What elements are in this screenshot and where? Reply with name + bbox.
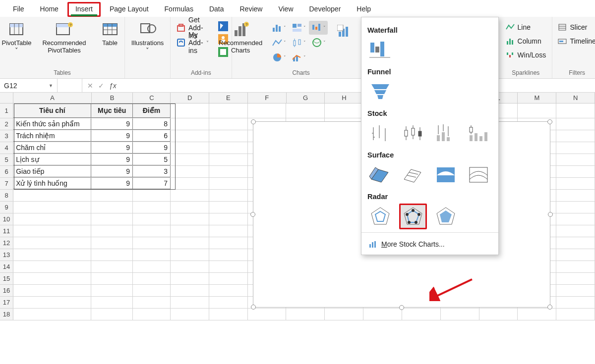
cell[interactable] xyxy=(209,154,248,165)
cell[interactable] xyxy=(91,273,133,284)
cell[interactable] xyxy=(325,309,363,320)
cell[interactable] xyxy=(209,297,248,308)
radar-filled-option[interactable] xyxy=(432,204,460,229)
cell[interactable] xyxy=(91,225,133,237)
resize-handle[interactable] xyxy=(547,305,552,310)
sparkline-line-button[interactable]: Line xyxy=(503,21,549,34)
cell[interactable] xyxy=(133,285,171,296)
cell[interactable] xyxy=(556,213,595,225)
cell[interactable] xyxy=(518,104,556,118)
cell[interactable] xyxy=(171,142,209,154)
resize-handle[interactable] xyxy=(250,212,255,217)
cell[interactable] xyxy=(171,202,209,213)
cell[interactable] xyxy=(209,261,248,272)
surface-wire-contour-option[interactable] xyxy=(465,162,492,188)
cell[interactable] xyxy=(171,309,209,320)
name-box[interactable]: G12▼ xyxy=(0,79,58,92)
cell[interactable] xyxy=(91,309,133,320)
cell[interactable] xyxy=(13,237,91,249)
cell[interactable] xyxy=(171,104,209,118)
recommended-pivottables-button[interactable]: ? Recommended PivotTables xyxy=(40,19,89,56)
resize-handle[interactable] xyxy=(251,119,256,124)
cell[interactable] xyxy=(556,202,595,213)
cell[interactable] xyxy=(133,249,171,260)
cell[interactable] xyxy=(518,309,556,320)
cell[interactable] xyxy=(13,213,91,225)
sparkline-winloss-button[interactable]: Win/Loss xyxy=(503,49,549,61)
cell[interactable] xyxy=(556,154,595,165)
row-header[interactable]: 9 xyxy=(0,202,13,213)
cell[interactable] xyxy=(441,309,479,320)
radar-markers-option[interactable] xyxy=(399,204,427,229)
row-header[interactable]: 16 xyxy=(0,285,13,296)
cell[interactable] xyxy=(556,130,595,142)
row-header[interactable]: 12 xyxy=(0,237,13,249)
timeline-button[interactable]: Timeline xyxy=(555,35,595,48)
tab-home[interactable]: Home xyxy=(32,2,66,17)
cell[interactable]: Trách nhiệm xyxy=(13,130,91,142)
cell[interactable] xyxy=(91,213,133,225)
cell[interactable] xyxy=(171,297,209,308)
cell[interactable] xyxy=(209,104,248,118)
cell[interactable] xyxy=(171,130,209,142)
cell[interactable] xyxy=(171,261,209,272)
recommended-charts-button[interactable]: ? Recommended Charts xyxy=(215,19,266,56)
cell[interactable] xyxy=(209,273,248,284)
cell[interactable]: Tiêu chí xyxy=(13,104,91,118)
combo-chart-button[interactable]: ˅ xyxy=(289,51,308,64)
cell[interactable]: 9 xyxy=(91,118,133,130)
tab-help[interactable]: Help xyxy=(349,2,379,17)
cell[interactable] xyxy=(402,309,441,320)
funnel-chart-option[interactable] xyxy=(366,79,394,104)
line-chart-button[interactable]: ˅ xyxy=(269,36,288,50)
slicer-button[interactable]: Slicer xyxy=(555,21,595,34)
cell[interactable] xyxy=(556,178,595,189)
cell[interactable]: Điểm xyxy=(133,104,171,118)
surface-3d-option[interactable] xyxy=(366,162,394,188)
cell[interactable] xyxy=(13,202,91,213)
cell[interactable]: Kiến thức sản phẩm xyxy=(13,118,91,130)
cell[interactable] xyxy=(209,178,248,189)
row-header[interactable]: 1 xyxy=(0,104,13,118)
cell[interactable] xyxy=(133,261,171,272)
col-header[interactable]: M xyxy=(518,93,556,103)
row-header[interactable]: 14 xyxy=(0,261,13,272)
stock-ohlc-option[interactable] xyxy=(399,120,427,146)
cell[interactable] xyxy=(556,190,595,201)
cell[interactable] xyxy=(133,273,171,284)
cell[interactable]: 9 xyxy=(91,166,133,177)
maps-button[interactable]: ˅ xyxy=(309,36,328,50)
cell[interactable] xyxy=(171,237,209,249)
cell[interactable] xyxy=(325,104,363,118)
cell[interactable] xyxy=(556,225,595,237)
tab-formulas[interactable]: Formulas xyxy=(157,2,201,17)
cell[interactable] xyxy=(209,309,248,320)
cell[interactable] xyxy=(209,285,248,296)
tab-file[interactable]: File xyxy=(5,2,32,17)
cell[interactable] xyxy=(171,118,209,130)
cell[interactable] xyxy=(556,249,595,260)
row-header[interactable]: 2 xyxy=(0,118,13,130)
resize-handle[interactable] xyxy=(251,305,256,310)
surface-contour-option[interactable] xyxy=(432,162,460,188)
cell[interactable]: 8 xyxy=(133,118,171,130)
pie-chart-button[interactable]: ˅ xyxy=(269,51,288,64)
cell[interactable] xyxy=(556,273,595,284)
cell[interactable] xyxy=(556,118,595,130)
cell[interactable] xyxy=(91,261,133,272)
chevron-down-icon[interactable]: ▼ xyxy=(49,83,53,88)
row-header[interactable]: 7 xyxy=(0,178,13,189)
cell[interactable]: 3 xyxy=(133,166,171,177)
cell[interactable] xyxy=(133,225,171,237)
row-header[interactable]: 5 xyxy=(0,154,13,165)
cell[interactable]: 9 xyxy=(91,178,133,189)
cell[interactable] xyxy=(13,273,91,284)
cell[interactable] xyxy=(209,237,248,249)
tab-page-layout[interactable]: Page Layout xyxy=(102,2,157,17)
cell[interactable] xyxy=(209,249,248,260)
cell[interactable]: 6 xyxy=(133,130,171,142)
cell[interactable] xyxy=(556,285,595,296)
my-addins-button[interactable]: My Add-ins ˅ xyxy=(174,36,212,50)
col-header[interactable]: A xyxy=(13,93,92,103)
cell[interactable] xyxy=(209,166,248,177)
